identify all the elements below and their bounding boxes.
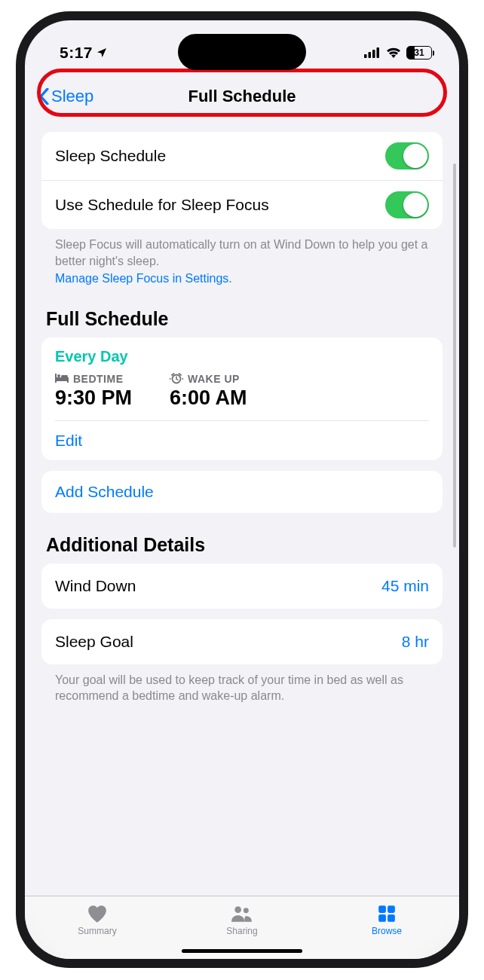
page-title: Full Schedule	[188, 87, 296, 106]
bedtime-label: BEDTIME	[73, 373, 124, 385]
svg-point-11	[244, 908, 249, 913]
wind-down-label: Wind Down	[55, 577, 136, 595]
nav-bar: Sleep Full Schedule	[25, 75, 459, 118]
schedule-block[interactable]: Every Day BEDTIME 9:30 PM	[41, 337, 443, 460]
svg-rect-13	[388, 905, 395, 913]
chevron-left-icon	[38, 88, 50, 105]
wind-down-value: 45 min	[381, 577, 429, 595]
tab-summary-label: Summary	[78, 926, 116, 936]
people-icon	[231, 904, 253, 924]
full-schedule-header: Full Schedule	[46, 308, 438, 330]
scroll-indicator[interactable]	[453, 163, 456, 548]
sleep-focus-toggle[interactable]	[385, 191, 429, 218]
svg-rect-1	[369, 52, 372, 58]
sleep-goal-row[interactable]: Sleep Goal 8 hr	[41, 619, 443, 664]
svg-rect-4	[55, 377, 69, 381]
tab-summary[interactable]: Summary	[25, 896, 170, 944]
goal-footer: Your goal will be used to keep track of …	[41, 664, 443, 704]
battery-percent: 31	[407, 47, 431, 58]
svg-rect-15	[388, 914, 395, 922]
tab-browse[interactable]: Browse	[314, 896, 459, 944]
heart-icon	[86, 904, 109, 924]
edit-schedule-button[interactable]: Edit	[55, 420, 429, 460]
sleep-focus-label: Use Schedule for Sleep Focus	[55, 196, 269, 214]
schedule-frequency: Every Day	[55, 348, 429, 365]
location-icon	[96, 47, 108, 59]
wifi-icon	[386, 47, 401, 59]
tab-sharing-label: Sharing	[226, 926, 257, 936]
tab-sharing[interactable]: Sharing	[170, 896, 314, 944]
svg-rect-12	[378, 905, 386, 913]
home-indicator[interactable]	[182, 949, 302, 953]
back-button[interactable]: Sleep	[38, 87, 93, 106]
bed-icon	[55, 374, 69, 383]
status-time: 5:17	[60, 44, 93, 62]
dynamic-island	[178, 34, 306, 70]
alarm-icon	[170, 373, 183, 384]
svg-rect-5	[55, 374, 57, 383]
sleep-schedule-label: Sleep Schedule	[55, 147, 166, 165]
svg-rect-14	[378, 914, 386, 922]
svg-rect-3	[377, 47, 380, 58]
svg-point-10	[234, 906, 241, 913]
sleep-schedule-toggle[interactable]	[385, 142, 429, 169]
content-scroll[interactable]: Sleep Schedule Use Schedule for Sleep Fo…	[25, 118, 459, 899]
wake-label: WAKE UP	[188, 373, 240, 385]
svg-rect-2	[372, 50, 375, 58]
add-schedule-button[interactable]: Add Schedule	[41, 471, 443, 513]
tab-browse-label: Browse	[372, 926, 402, 936]
wake-value: 6:00 AM	[170, 386, 247, 410]
additional-header: Additional Details	[46, 534, 438, 556]
focus-note: Sleep Focus will automatically turn on a…	[55, 238, 427, 267]
manage-focus-link[interactable]: Manage Sleep Focus in Settings.	[55, 270, 429, 287]
svg-point-7	[57, 374, 60, 377]
bedtime-value: 9:30 PM	[55, 386, 132, 410]
sleep-focus-row: Use Schedule for Sleep Focus	[41, 180, 443, 229]
focus-footer: Sleep Focus will automatically turn on a…	[41, 229, 443, 287]
wind-down-row[interactable]: Wind Down 45 min	[41, 563, 443, 609]
svg-rect-6	[67, 377, 69, 383]
svg-rect-8	[61, 375, 68, 377]
sleep-schedule-row: Sleep Schedule	[41, 132, 443, 180]
grid-icon	[375, 904, 398, 924]
sleep-goal-value: 8 hr	[402, 633, 429, 651]
svg-rect-0	[364, 54, 367, 58]
cellular-icon	[364, 47, 381, 58]
battery-icon: 31	[406, 46, 432, 60]
back-label: Sleep	[51, 87, 93, 106]
sleep-goal-label: Sleep Goal	[55, 633, 133, 651]
